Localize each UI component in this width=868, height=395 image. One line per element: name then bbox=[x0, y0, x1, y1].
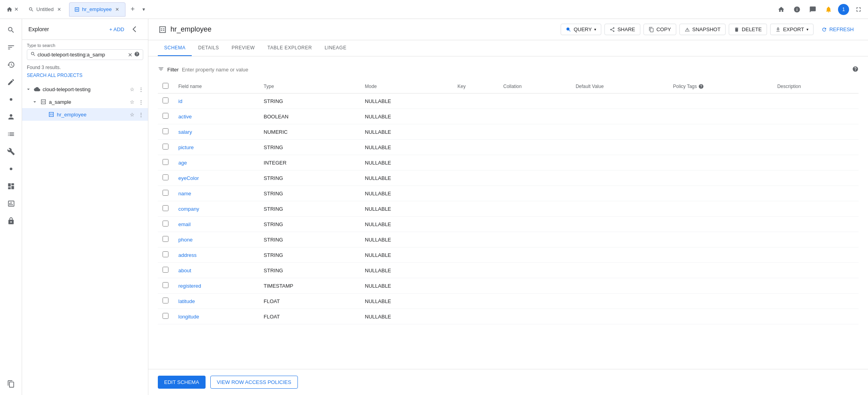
home-nav-icon[interactable] bbox=[775, 3, 788, 16]
field-type-name: STRING bbox=[259, 186, 360, 201]
row-checkbox-2[interactable] bbox=[163, 128, 168, 134]
row-checkbox-14[interactable] bbox=[163, 313, 168, 319]
view-row-access-policies-button[interactable]: VIEW ROW ACCESS POLICIES bbox=[210, 376, 298, 389]
edit-schema-button[interactable]: EDIT SCHEMA bbox=[158, 376, 206, 389]
field-link-age[interactable]: age bbox=[178, 160, 187, 166]
tab-details[interactable]: DETAILS bbox=[192, 40, 225, 56]
copy-button[interactable]: COPY bbox=[644, 24, 676, 35]
search-input[interactable] bbox=[37, 52, 126, 58]
field-link-phone[interactable]: phone bbox=[178, 237, 193, 243]
sidebar-icon-lock[interactable] bbox=[3, 213, 19, 229]
sidebar-icon-dashboard[interactable] bbox=[3, 178, 19, 194]
select-all-checkbox[interactable] bbox=[163, 83, 168, 89]
row-checkbox-13[interactable] bbox=[163, 298, 168, 303]
field-link-registered[interactable]: registered bbox=[178, 283, 201, 289]
row-checkbox-10[interactable] bbox=[163, 251, 168, 257]
field-link-company[interactable]: company bbox=[178, 206, 199, 212]
row-checkbox-3[interactable] bbox=[163, 144, 168, 150]
tab-untitled-close[interactable]: ✕ bbox=[56, 6, 62, 13]
add-button[interactable]: + ADD bbox=[106, 25, 127, 34]
notification-icon[interactable] bbox=[822, 3, 835, 16]
delete-button[interactable]: DELETE bbox=[729, 24, 767, 35]
sidebar-icon-dot2[interactable] bbox=[3, 161, 19, 177]
field-link-about[interactable]: about bbox=[178, 268, 191, 273]
tree-item-cloud-teleport-testing[interactable]: cloud-teleport-testing ☆ ⋮ bbox=[22, 83, 148, 95]
tree-hr-employee-star[interactable]: ☆ bbox=[128, 110, 136, 118]
field-link-eyeColor[interactable]: eyeColor bbox=[178, 175, 199, 181]
sidebar-icon-compose[interactable] bbox=[3, 74, 19, 90]
field-link-address[interactable]: address bbox=[178, 252, 196, 258]
sidebar-icon-wrench[interactable] bbox=[3, 144, 19, 159]
row-checkbox-7[interactable] bbox=[163, 205, 168, 211]
row-checkbox-6[interactable] bbox=[163, 190, 168, 196]
row-checkbox-4[interactable] bbox=[163, 159, 168, 165]
home-icon bbox=[6, 6, 13, 13]
tab-hr-employee[interactable]: hr_employee ✕ bbox=[69, 2, 125, 17]
sidebar-icon-person[interactable] bbox=[3, 109, 19, 125]
tab-home[interactable]: ✕ bbox=[3, 2, 22, 17]
field-desc-salary bbox=[773, 124, 859, 140]
refresh-button[interactable]: REFRESH bbox=[817, 24, 859, 35]
add-tab-button[interactable]: + bbox=[127, 4, 138, 15]
search-all-link[interactable]: SEARCH ALL PROJECTS bbox=[22, 72, 148, 81]
sidebar-icon-search[interactable] bbox=[3, 22, 19, 38]
tab-preview[interactable]: PREVIEW bbox=[225, 40, 261, 56]
tab-dropdown-button[interactable]: ▾ bbox=[140, 6, 148, 13]
tab-schema[interactable]: SCHEMA bbox=[158, 40, 192, 56]
field-link-longitude[interactable]: longitude bbox=[178, 314, 199, 320]
expand-icon[interactable] bbox=[852, 3, 865, 16]
tree-toggle-a-sample[interactable] bbox=[32, 99, 38, 105]
row-checkbox-5[interactable] bbox=[163, 174, 168, 180]
th-checkbox bbox=[158, 80, 174, 94]
row-checkbox-8[interactable] bbox=[163, 221, 168, 227]
field-default-age bbox=[571, 155, 668, 170]
sidebar-icon-copy-bottom[interactable] bbox=[3, 376, 19, 392]
tree-toggle-cloud[interactable] bbox=[25, 86, 32, 92]
tab-hr-employee-close[interactable]: ✕ bbox=[114, 6, 120, 13]
field-key-phone bbox=[453, 232, 499, 247]
field-default-id bbox=[571, 94, 668, 109]
info-icon[interactable] bbox=[791, 3, 803, 16]
tab-home-close[interactable]: ✕ bbox=[14, 6, 19, 12]
snapshot-button[interactable]: SNAPSHOT bbox=[679, 24, 726, 35]
field-link-id[interactable]: id bbox=[178, 98, 182, 104]
sidebar-icon-history[interactable] bbox=[3, 57, 19, 73]
row-checkbox-9[interactable] bbox=[163, 236, 168, 242]
tree-item-hr-employee[interactable]: hr_employee ☆ ⋮ bbox=[22, 108, 148, 121]
tree-cloud-star[interactable]: ☆ bbox=[128, 85, 136, 93]
collapse-button[interactable] bbox=[131, 24, 142, 35]
tree-a-sample-menu[interactable]: ⋮ bbox=[137, 98, 145, 106]
export-button[interactable]: EXPORT ▾ bbox=[770, 24, 814, 35]
field-link-picture[interactable]: picture bbox=[178, 144, 194, 150]
tree-item-a-sample[interactable]: a_sample ☆ ⋮ bbox=[22, 95, 148, 108]
field-link-latitude[interactable]: latitude bbox=[178, 298, 195, 304]
query-button[interactable]: QUERY ▾ bbox=[561, 24, 601, 35]
tree-hr-employee-menu[interactable]: ⋮ bbox=[137, 110, 145, 118]
row-checkbox-12[interactable] bbox=[163, 282, 168, 288]
schema-table: Field name Type Mode Key Collation Defau… bbox=[158, 80, 859, 324]
field-link-email[interactable]: email bbox=[178, 221, 191, 227]
search-help-icon[interactable] bbox=[134, 51, 140, 58]
sidebar-icon-dot[interactable] bbox=[3, 92, 19, 107]
row-checkbox-1[interactable] bbox=[163, 113, 168, 119]
tree-a-sample-star[interactable]: ☆ bbox=[128, 98, 136, 106]
tab-table-explorer[interactable]: TABLE EXPLORER bbox=[261, 40, 318, 56]
clear-search-button[interactable]: ✕ bbox=[128, 52, 133, 58]
sidebar-icon-list[interactable] bbox=[3, 126, 19, 142]
field-link-salary[interactable]: salary bbox=[178, 129, 192, 135]
field-link-name[interactable]: name bbox=[178, 191, 191, 197]
filter-help-icon[interactable] bbox=[852, 66, 859, 73]
sidebar-icon-table[interactable] bbox=[3, 196, 19, 212]
chat-icon[interactable] bbox=[806, 3, 819, 16]
tree-cloud-menu[interactable]: ⋮ bbox=[137, 85, 145, 93]
tab-lineage[interactable]: LINEAGE bbox=[318, 40, 353, 56]
field-link-active[interactable]: active bbox=[178, 114, 192, 120]
tab-untitled[interactable]: Untitled ✕ bbox=[23, 2, 67, 17]
row-checkbox-11[interactable] bbox=[163, 267, 168, 273]
filter-input[interactable] bbox=[182, 67, 849, 73]
user-avatar[interactable]: 1 bbox=[838, 4, 849, 15]
field-type-email: STRING bbox=[259, 217, 360, 232]
sidebar-icon-filter[interactable] bbox=[3, 39, 19, 55]
share-button[interactable]: SHARE bbox=[604, 24, 640, 35]
row-checkbox-0[interactable] bbox=[163, 97, 168, 103]
